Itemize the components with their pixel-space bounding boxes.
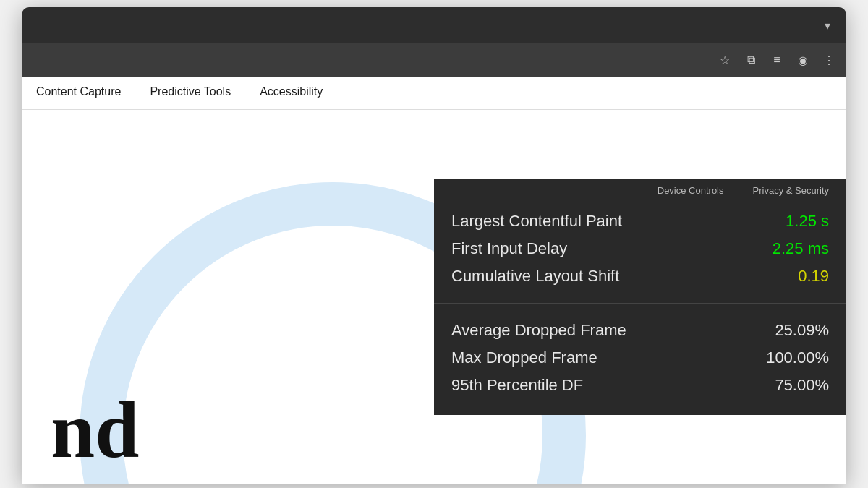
p95-dropped-frame-label: 95th Percentile DF: [451, 376, 583, 395]
more-icon: ⋮: [823, 53, 835, 67]
p95-dropped-frame-row: 95th Percentile DF 75.00%: [451, 372, 829, 399]
chevron-down-icon: ▾: [825, 19, 830, 33]
browser-window: ▾ ☆ ⧉ ≡ ◉ ⋮ Content Capture Predictive T: [22, 7, 846, 484]
p95-dropped-frame-value: 75.00%: [775, 376, 829, 395]
puzzle-icon: ⧉: [747, 53, 755, 67]
max-dropped-frame-row: Max Dropped Frame 100.00%: [451, 344, 829, 372]
profile-button[interactable]: ◉: [793, 50, 813, 70]
lcp-label: Largest Contentful Paint: [451, 212, 622, 231]
max-dropped-frame-label: Max Dropped Frame: [451, 348, 597, 367]
lcp-value: 1.25 s: [786, 212, 829, 231]
cls-row: Cumulative Layout Shift 0.19: [451, 262, 829, 290]
nav-tabs: Content Capture Predictive Tools Accessi…: [22, 77, 846, 110]
frame-stats-section: Average Dropped Frame 25.09% Max Dropped…: [434, 304, 846, 415]
list-icon: ≡: [773, 53, 780, 67]
avg-dropped-frame-row: Average Dropped Frame 25.09%: [451, 317, 829, 344]
avg-dropped-frame-label: Average Dropped Frame: [451, 321, 626, 340]
privacy-security-label: Privacy & Security: [753, 185, 829, 196]
dropdown-panel: Device Controls Privacy & Security Large…: [434, 179, 846, 415]
media-button[interactable]: ≡: [767, 50, 787, 70]
star-icon: ☆: [720, 53, 730, 67]
max-dropped-frame-value: 100.00%: [766, 348, 829, 367]
chevron-down-button[interactable]: ▾: [817, 15, 838, 35]
tab-content-capture[interactable]: Content Capture: [36, 85, 121, 101]
fid-row: First Input Delay 2.25 ms: [451, 235, 829, 262]
fid-label: First Input Delay: [451, 239, 567, 258]
more-button[interactable]: ⋮: [819, 50, 839, 70]
cls-value: 0.19: [798, 267, 829, 286]
avg-dropped-frame-value: 25.09%: [775, 321, 829, 340]
core-web-vitals-section: Largest Contentful Paint 1.25 s First In…: [434, 200, 846, 304]
extensions-button[interactable]: ⧉: [741, 50, 761, 70]
tab-predictive-tools[interactable]: Predictive Tools: [150, 85, 231, 101]
toolbar: ☆ ⧉ ≡ ◉ ⋮: [22, 43, 846, 77]
tab-accessibility[interactable]: Accessibility: [260, 85, 323, 101]
title-bar: ▾: [22, 7, 846, 43]
cls-label: Cumulative Layout Shift: [451, 267, 619, 286]
bookmark-button[interactable]: ☆: [715, 50, 735, 70]
user-icon: ◉: [798, 53, 808, 67]
hero-text: nd: [51, 390, 139, 470]
lcp-row: Largest Contentful Paint 1.25 s: [451, 207, 829, 235]
device-controls-label: Device Controls: [658, 185, 724, 196]
fid-value: 2.25 ms: [773, 239, 829, 258]
dropdown-header: Device Controls Privacy & Security: [434, 179, 846, 200]
main-content: nd Device Controls Privacy & Security La…: [22, 110, 846, 484]
